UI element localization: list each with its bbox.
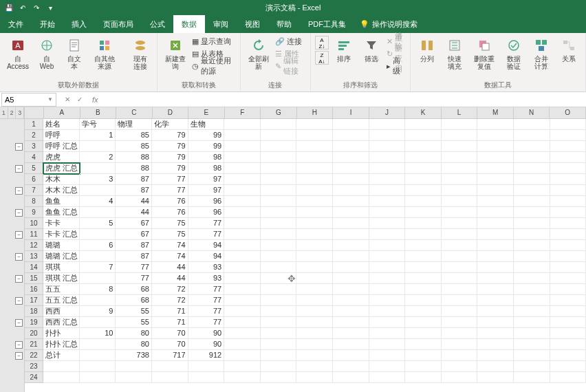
cell[interactable] [405,284,442,295]
cell[interactable] [261,262,297,273]
cell[interactable] [296,328,333,339]
select-all-corner[interactable] [25,107,44,119]
cell[interactable]: 67 [116,229,152,240]
cell[interactable] [80,361,116,372]
cell[interactable] [224,174,261,185]
cell[interactable] [224,317,261,328]
cell[interactable]: 西西 汇总 [43,317,80,328]
tab-view[interactable]: 视图 [237,15,268,33]
cell[interactable] [550,262,587,273]
outline-collapse-button[interactable]: − [15,209,23,217]
cell[interactable]: 鱼鱼 [43,196,80,207]
cell[interactable] [514,361,550,372]
cell[interactable] [224,163,261,174]
cell[interactable] [296,317,333,328]
cell[interactable] [514,350,550,361]
cell[interactable] [333,350,369,361]
row-header[interactable]: 7 [25,185,43,196]
tab-help[interactable]: 帮助 [268,15,300,33]
cell[interactable] [296,130,333,141]
cell[interactable]: 79 [152,130,188,141]
cell[interactable] [80,163,116,174]
cell[interactable] [296,152,333,163]
cell[interactable] [442,339,478,350]
cell[interactable] [261,240,297,251]
cell[interactable]: 虎虎 [43,152,80,163]
cell[interactable] [514,317,550,328]
cell[interactable]: 77 [188,306,225,317]
cell[interactable]: 木木 汇总 [43,185,80,196]
outline-collapse-button[interactable]: − [15,231,23,239]
cell[interactable] [442,251,478,262]
cell[interactable]: 98 [188,152,225,163]
cell[interactable] [224,372,261,383]
outline-collapse-button[interactable]: − [15,143,23,151]
from-access-button[interactable]: A自 Access [4,36,32,72]
column-header[interactable]: E [188,107,225,119]
cell[interactable] [550,273,587,284]
cell[interactable]: 呼呼 [43,130,80,141]
sort-button[interactable]: 排序 [332,36,356,64]
cell[interactable] [261,328,297,339]
cell[interactable]: 5 [80,218,116,229]
cell[interactable] [405,339,442,350]
cell[interactable]: 76 [152,207,188,218]
cell[interactable]: 738 [116,350,152,361]
cell[interactable] [514,119,550,130]
row-header[interactable]: 1 [25,119,43,130]
row-header[interactable]: 2 [25,130,43,141]
cell[interactable] [514,174,550,185]
cell[interactable] [224,130,261,141]
cell[interactable] [333,163,369,174]
cell[interactable] [369,295,406,306]
tell-me[interactable]: 💡 操作说明搜索 [360,19,417,30]
cell[interactable] [369,152,406,163]
cell[interactable] [261,174,297,185]
filter-button[interactable]: 筛选 [359,36,384,64]
cell[interactable] [333,306,369,317]
column-header[interactable]: A [44,107,80,119]
cell[interactable] [550,372,587,383]
cell[interactable] [261,185,297,196]
cell[interactable]: 94 [188,240,225,251]
cell[interactable] [261,229,297,240]
cell[interactable]: 琪琪 [43,262,80,273]
cell[interactable] [333,361,369,372]
cell[interactable]: 98 [188,163,225,174]
cell[interactable] [405,229,442,240]
cell[interactable]: 五五 汇总 [43,295,80,306]
cell[interactable] [514,130,550,141]
cell[interactable] [80,295,116,306]
cell[interactable] [188,372,225,383]
cell[interactable] [405,251,442,262]
cell[interactable] [224,240,261,251]
row-header[interactable]: 22 [25,350,43,361]
cell[interactable] [80,207,116,218]
sort-za-button[interactable]: ZA↓ [315,51,329,65]
cell[interactable] [224,306,261,317]
row-header[interactable]: 14 [25,262,43,273]
outline-collapse-button[interactable]: − [15,253,23,261]
cell[interactable] [477,273,514,284]
cell[interactable] [514,152,550,163]
new-query-button[interactable]: 新建查询 [162,36,189,72]
cell[interactable]: 55 [116,317,152,328]
cell[interactable]: 80 [116,339,152,350]
cell[interactable]: 94 [188,251,225,262]
row-header[interactable]: 21 [25,339,43,350]
outline-collapse-button[interactable]: − [15,297,23,305]
cell[interactable] [477,163,514,174]
cell[interactable] [514,306,550,317]
cell[interactable] [333,207,369,218]
cell[interactable] [442,273,478,284]
cell[interactable]: 99 [188,130,225,141]
cell[interactable] [296,361,333,372]
cell[interactable] [296,141,333,152]
cell[interactable] [442,284,478,295]
cell[interactable]: 77 [116,273,152,284]
refresh-all-button[interactable]: 全部刷新 [245,36,272,72]
cell[interactable]: 87 [116,185,152,196]
cell[interactable] [442,361,478,372]
cell[interactable] [514,328,550,339]
cell[interactable] [261,251,297,262]
